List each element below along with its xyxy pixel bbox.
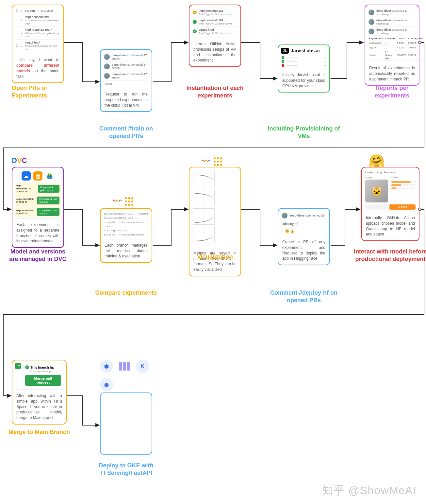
comment-row: deep-diver commented 33 seconds ago [368,17,416,27]
card-description: Initially JarvisLabs.ai is supported for… [281,70,327,89]
s3-icon: ▦ [33,171,42,181]
caption-visualization: Visualization [186,253,244,261]
tab-image[interactable]: Image [365,176,388,180]
open-count: 3 Open [25,9,35,12]
wandb-logo-icon: 〰 [202,156,222,166]
comment-row: deep-diver commented 17 secon [103,62,149,71]
branch-row: exp-pr-01 … + discomment names [104,220,148,225]
caption-interact: Interact with model before productional … [345,248,426,263]
caption-jarvis: Including Provisioining of VMs [265,125,343,140]
hashtag-text: #train [103,81,149,87]
card-jarvis: JLJarvisLabs.ai ——— ——— ——— ——— ——— ——— … [278,44,330,93]
card-description: Result of experiments is automatically r… [368,63,416,82]
chart-thumbnail [193,190,214,206]
branch-row: ✓ exp-vgg19-#_0.01 … [104,229,148,233]
merge-banner-title: This branch ha [30,366,54,369]
avatar [369,19,374,25]
caption-deploy-hf: Comment #deploy-hf on opened PRs [267,289,341,304]
app-title: keras-… img cls-space [365,170,416,175]
branch-row: exp-densenet121-#_0.03 | … [104,216,148,220]
check-icon: ✓ [25,365,29,369]
submit-button[interactable]: Submit [389,204,416,210]
card-description: Request to run the proposed experiments … [103,90,149,109]
tpu-icon [119,362,130,371]
gcs-icon: ☁ [22,171,31,181]
caption-comment-train: Comment #train on opened PRs [93,125,159,140]
branch-name: exp-resnet101-#_0.01 fa [16,198,36,203]
pr-item[interactable]: ☐↳ impl resnetv2 101 ✓ #10 opened 6 hour… [15,27,61,40]
card-description: Metrics are saved in standard CSV, JSON,… [192,249,238,273]
cloud-run-icon: ◉ [100,378,113,391]
flow-node-icon [418,41,421,44]
card-reports: deep-diver commented 33 seconds ago deep… [365,5,419,86]
chart-thumbnail [193,171,214,187]
reactions[interactable]: 😀 👍 [282,228,297,234]
ellipsis-icon: …………… [119,383,140,387]
action-item: ● impl densenet121 Train Trigger #104: I… [192,8,238,17]
metrics-table: ExperimentCreatedlosssparse_cate workspa… [368,36,424,61]
avatar [282,213,287,218]
pr-item[interactable]: ☐↳ vgg16 impl #9 opened 9 hours ago by d… [15,40,61,52]
card-description: Each experiment is assigned to a separat… [15,220,61,245]
chart-thumbnail [193,208,214,225]
avatar [369,28,374,34]
merge-icon: ⎇ [15,363,21,369]
compare-button[interactable]: Compare & pull request [38,185,59,193]
card-merge: ⎇ ✓ This branch ha Merging can be pe Mer… [12,360,67,425]
status-icon: ● [193,10,197,14]
branch-row: deleted … [104,224,148,229]
merge-pr-button[interactable]: Merge pull request [25,375,61,386]
pr-list-header: ☐↳ 3 Open ✓ 8 Closed [15,8,61,14]
dvc-logo-icon: DVC [12,156,27,165]
caption-gke: Deploy to GKE with TFServing/FastAPI [84,462,169,477]
clear-button[interactable] [365,204,388,210]
card-dvc: ☁ ▦ exp-densenet121-#_0.01 fa Compare & … [12,167,64,248]
comment-body: #deploy-hf [281,220,327,228]
caption-dvc: Model and versions are managed in DVC [7,248,69,263]
card-description: Internally GitHub Action uploads chosen … [365,213,416,238]
branch-name: exp-resnet101-#_0.02 fa [16,209,36,215]
avatar [104,63,110,69]
tab-label[interactable]: Label [391,176,416,180]
avatar [104,73,110,79]
flow-node-icon [418,208,421,211]
card-description: Let's say I want to compare different mo… [15,55,61,80]
card-gke: · · · · [100,392,152,455]
pr-meta: #11 opened 6 hours ago by deep-diver [25,19,59,25]
jarvis-table-row: ——— ——— [281,63,327,67]
comment-row: deep-diver commented 29 [281,211,327,220]
image-preview: 🐱 [365,180,388,202]
comment-row: deep-diver commented 17 secon [103,71,149,81]
compare-button[interactable]: Compare & pull request [37,197,59,204]
card-description: Internal GitHub Action provisions setups… [192,39,238,64]
card-description: After interacting with a simple app with… [15,391,63,421]
closed-count: 8 Closed [41,9,53,12]
pr-title: vgg16 impl [25,41,40,44]
pr-title: impl densenet121 [25,15,50,19]
comment-row: deep-diver commented 33 seconds ago [368,27,416,36]
caption-instantiation: Instantiation of each experiments [182,84,248,100]
card-deploy-hf: deep-diver commented 29 #deploy-hf 😀 👍 C… [278,208,330,265]
gke-icons-row: ⬢ K [100,360,149,373]
status-icon: ✓ [193,29,197,33]
action-item: ✓ impl resnetv2 101 Train Trigger #103: … [192,17,238,27]
pr-item[interactable]: ☐↳ impl densenet121 #11 opened 6 hours a… [15,14,61,27]
card-comment-train: deep-diver commented 17 secon deep-diver… [100,49,152,112]
chart-thumbnail [193,227,214,243]
branch-name: exp-densenet121-#_0.01 fa [16,184,37,193]
jarvis-logo: JLJarvisLabs.ai [281,48,327,54]
caption-compare: Compare experiments [90,289,162,297]
kubernetes-icon: K [136,360,149,373]
avatar [369,9,374,15]
jarvis-table-row: ——— ——— [281,56,327,60]
caption-merge: Merge to Main Branch [7,428,72,436]
pr-meta: #10 opened 6 hours ago by deep-diver [25,32,59,38]
action-item: ✓ vgg16 impl Train Trigger #102: Issue c… [192,27,238,36]
avatar [104,54,110,60]
jarvis-table-row: ——— ——— [281,60,327,63]
merge-banner-sub: Merging can be pe [25,369,61,375]
card-compare: exp-densenet121-#_0.01 … + deleted exp-d… [100,208,152,263]
card-description: Each branch manages the metrics during t… [103,241,149,260]
compare-button[interactable]: Compare & pull request [37,208,59,216]
gke-icon: ⬢ [100,360,113,373]
